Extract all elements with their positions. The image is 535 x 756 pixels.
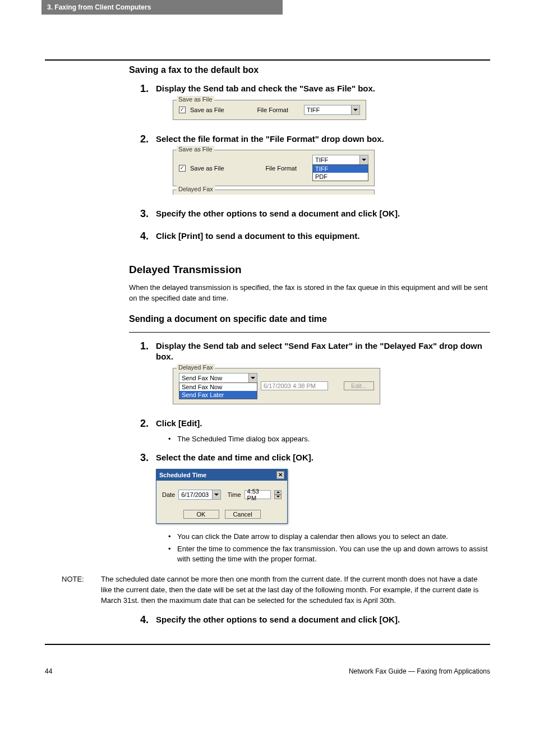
page-number: 44 bbox=[45, 667, 52, 675]
step: 3. Select the date and time and click [O… bbox=[140, 452, 490, 566]
step-title: Select the date and time and click [OK]. bbox=[156, 452, 490, 463]
chevron-down-icon bbox=[248, 374, 257, 382]
scheduled-time-dialog: Scheduled Time ✕ Date 6/17/2003 bbox=[156, 469, 288, 524]
edit-button[interactable]: Edit... bbox=[344, 381, 374, 390]
bullet: • The Scheduled Time dialog box appears. bbox=[168, 434, 490, 444]
step: 2. Select the file format in the "File F… bbox=[140, 133, 490, 203]
close-icon[interactable]: ✕ bbox=[276, 471, 284, 479]
step-number: 3. bbox=[140, 208, 156, 225]
section-title-saving: Saving a fax to the default box bbox=[129, 65, 490, 75]
step: 4. Click [Print] to send a document to t… bbox=[140, 231, 490, 247]
select-value: TIFF bbox=[313, 156, 359, 163]
file-format-select[interactable]: TIFF bbox=[312, 155, 368, 165]
chevron-down-icon bbox=[351, 105, 359, 114]
step-number: 3. bbox=[140, 452, 156, 566]
step-title: Click [Edit]. bbox=[156, 418, 490, 429]
dialog-title: Scheduled Time bbox=[159, 472, 206, 478]
rule bbox=[45, 59, 490, 61]
bullet: • Enter the time to commence the fax tra… bbox=[168, 544, 490, 564]
fieldset-legend: Save as File bbox=[177, 146, 214, 153]
step: 3. Specify the other options to send a d… bbox=[140, 208, 490, 225]
time-input[interactable]: 4:53 PM bbox=[245, 490, 271, 499]
option-send-later[interactable]: Send Fax Later bbox=[179, 391, 257, 399]
rule bbox=[129, 332, 490, 333]
step-number: 2. bbox=[140, 418, 156, 447]
step-number: 1. bbox=[140, 340, 156, 412]
cancel-button[interactable]: Cancel bbox=[225, 510, 261, 519]
fieldset-legend: Delayed Fax bbox=[177, 186, 215, 192]
select-value: TIFF bbox=[305, 107, 351, 113]
option-send-now[interactable]: Send Fax Now bbox=[179, 383, 257, 391]
chevron-down-icon bbox=[359, 155, 368, 164]
date-label: Date bbox=[162, 491, 175, 498]
file-format-options: TIFF PDF bbox=[312, 164, 368, 181]
bullet-mark: • bbox=[168, 544, 177, 564]
step-title: Click [Print] to send a document to this… bbox=[156, 231, 490, 242]
option-pdf[interactable]: PDF bbox=[313, 173, 368, 181]
fieldset-legend: Delayed Fax bbox=[177, 364, 215, 371]
save-as-file-group: Save as File ✓ Save as File File Format … bbox=[173, 100, 366, 120]
step: 1. Display the Send tab and select "Send… bbox=[140, 340, 490, 412]
checkbox-label: Save as File bbox=[189, 165, 224, 172]
note-text: The scheduled date cannot be more then o… bbox=[101, 574, 490, 606]
file-format-select[interactable]: TIFF bbox=[304, 105, 360, 115]
arrow-down-icon[interactable] bbox=[274, 495, 282, 499]
step-title: Specify the other options to send a docu… bbox=[156, 208, 490, 219]
save-as-file-group: Save as File ✓ Save as File File Format … bbox=[173, 150, 375, 186]
fieldset-legend: Save as File bbox=[177, 96, 214, 103]
date-value: 6/17/2003 bbox=[179, 491, 211, 498]
step: 1. Display the Send tab and check the "S… bbox=[140, 83, 490, 128]
select-value: Send Fax Now bbox=[179, 375, 248, 381]
save-as-file-checkbox[interactable]: ✓ bbox=[179, 107, 186, 113]
footer-title: Network Fax Guide — Faxing from Applicat… bbox=[349, 667, 490, 675]
save-as-file-checkbox[interactable]: ✓ bbox=[179, 165, 186, 172]
bullet-text: The Scheduled Time dialog box appears. bbox=[177, 434, 310, 444]
note-label: NOTE: bbox=[62, 574, 101, 606]
step-title: Display the Send tab and check the "Save… bbox=[156, 83, 490, 94]
bullet: • You can click the Date arrow to displa… bbox=[168, 532, 490, 542]
step-title: Select the file format in the "File Form… bbox=[156, 133, 490, 145]
rule bbox=[45, 644, 490, 645]
step-number: 4. bbox=[140, 231, 156, 247]
chapter-header: 3. Faxing from Client Computers bbox=[41, 0, 283, 15]
step-number: 1. bbox=[140, 83, 156, 128]
step-title: Specify the other options to send a docu… bbox=[156, 614, 490, 625]
delayed-fax-group-truncated: Delayed Fax bbox=[173, 190, 375, 195]
delayed-fax-select[interactable]: Send Fax Now bbox=[179, 373, 257, 383]
time-spinner[interactable] bbox=[274, 490, 282, 499]
step-number: 4. bbox=[140, 614, 156, 631]
note: NOTE: The scheduled date cannot be more … bbox=[62, 574, 490, 606]
bullet-text: Enter the time to commence the fax trans… bbox=[177, 544, 490, 564]
chevron-down-icon bbox=[212, 490, 220, 499]
arrow-up-icon[interactable] bbox=[274, 490, 282, 495]
file-format-label: File Format bbox=[265, 165, 297, 172]
step-number: 2. bbox=[140, 133, 156, 203]
option-tiff[interactable]: TIFF bbox=[313, 165, 368, 173]
step-title: Display the Send tab and select "Send Fa… bbox=[156, 340, 490, 362]
section-heading-delayed: Delayed Transmission bbox=[129, 264, 490, 276]
ok-button[interactable]: OK bbox=[183, 510, 219, 519]
delayed-fax-group: Delayed Fax Send Fax Now Send Fax Now Se… bbox=[173, 368, 380, 404]
step: 2. Click [Edit]. • The Scheduled Time di… bbox=[140, 418, 490, 447]
checkbox-label: Save as File bbox=[189, 107, 224, 113]
bullet-text: You can click the Date arrow to display … bbox=[177, 532, 448, 542]
bullet-mark: • bbox=[168, 532, 177, 542]
step: 4. Specify the other options to send a d… bbox=[140, 614, 490, 631]
time-label: Time bbox=[228, 491, 241, 498]
intro-paragraph: When the delayed transmission is specifi… bbox=[129, 283, 490, 304]
date-picker[interactable]: 6/17/2003 bbox=[178, 490, 220, 500]
bullet-mark: • bbox=[168, 434, 177, 444]
delayed-fax-options: Send Fax Now Send Fax Later bbox=[179, 382, 257, 399]
scheduled-datetime-display: 6/17/2003 4:38 PM bbox=[261, 381, 328, 390]
subsection-title: Sending a document on specific date and … bbox=[129, 314, 490, 324]
file-format-label: File Format bbox=[257, 107, 288, 113]
